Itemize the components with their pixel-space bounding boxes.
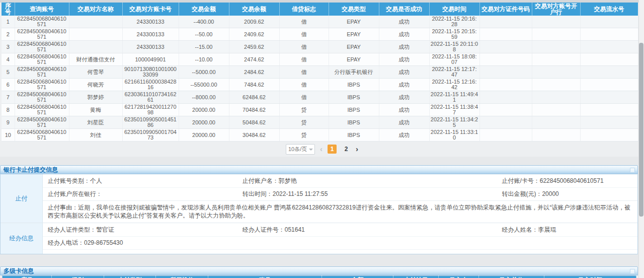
table-cell <box>479 129 532 142</box>
next-page-button[interactable]: › <box>356 145 358 154</box>
table-cell <box>532 66 580 79</box>
scrollbar-thumb[interactable] <box>639 43 643 217</box>
column-header: 交易金额 <box>179 3 229 16</box>
table-cell: IBPS <box>329 79 379 91</box>
table-cell: 借 <box>279 28 329 41</box>
table-row[interactable]: 106228450068040610571刘佳62350109905001704… <box>2 129 638 142</box>
table-cell: 9010713080100100033099 <box>122 66 179 79</box>
prev-page-button[interactable]: ‹ <box>320 145 323 154</box>
table-cell: 20000.00 <box>179 116 229 129</box>
column-header: 交易对方账号开户行 <box>532 3 580 16</box>
agent-name: 经办人姓名：李晨琨 <box>502 226 637 234</box>
table-cell: 2009.62 <box>229 16 279 28</box>
table-cell: 50484.62 <box>229 116 279 129</box>
table-cell: 成功 <box>379 28 429 41</box>
table-cell: 6235010990500145186 <box>122 116 179 129</box>
table-cell: 借 <box>279 41 329 53</box>
table-cell: 6228450068040610571 <box>15 16 69 28</box>
table-cell <box>580 53 638 66</box>
table-cell: 6216611600003842816 <box>122 79 179 91</box>
table-cell: 贷 <box>279 104 329 116</box>
table-cell <box>580 91 638 104</box>
table-row[interactable]: 96228450068040610571刘星臣62350109905001451… <box>2 116 638 129</box>
table-cell: 贷 <box>279 129 329 142</box>
table-cell: 成功 <box>379 41 429 53</box>
column-header: 录入人 <box>439 276 479 278</box>
table-cell: 何晓芳 <box>69 79 122 91</box>
column-header: 录入单位 <box>479 276 544 278</box>
table-cell <box>479 28 532 41</box>
table-cell: 2484.62 <box>229 66 279 79</box>
table-cell: 6228450068040610571 <box>15 28 69 41</box>
table-cell: 6228450068040610571 <box>15 66 69 79</box>
table-cell: IBPS <box>329 91 379 104</box>
stop-account-name: 止付账户名：郭梦艳 <box>243 177 502 185</box>
field-row: 止付账号类别：个人 止付账户名：郭梦艳 止付账/卡号：6228450068040… <box>43 174 637 187</box>
table-row[interactable]: 86228450068040610571黄梅621728194200112709… <box>2 104 638 116</box>
table-cell: 成功 <box>379 91 429 104</box>
table-cell: --400.00 <box>179 16 229 28</box>
transfer-out-amount: 转出金额(元)：20000 <box>502 190 637 198</box>
table-cell: 62484.62 <box>229 91 279 104</box>
page-button-2[interactable]: 2 <box>342 145 351 154</box>
table-cell: 20000.00 <box>179 104 229 116</box>
table-cell <box>479 53 532 66</box>
collapse-icon[interactable] <box>630 168 635 173</box>
column-header: 级别 <box>52 276 104 278</box>
page-button-1[interactable]: 1 <box>328 145 337 154</box>
column-header: 所属机构 <box>156 276 208 278</box>
table-cell: 借 <box>279 91 329 104</box>
table-cell: 2022-11-15 11:38:47 <box>429 104 479 116</box>
table-cell: 7484.62 <box>229 79 279 91</box>
table-row[interactable]: 16228450068040610571243300133--400.00200… <box>2 16 638 28</box>
table-cell: 5 <box>2 66 15 79</box>
column-header: 交易余额 <box>229 3 279 16</box>
table-cell: 6228450068040610571 <box>15 116 69 129</box>
table-cell <box>580 16 638 28</box>
table-cell: 6228450068040610571 <box>15 79 69 91</box>
stop-payment-section-header: 银行卡止付提交信息 <box>0 165 638 174</box>
table-row[interactable]: 66228450068040610571何晓芳62166116000038428… <box>2 79 638 91</box>
table-cell: 借 <box>279 53 329 66</box>
column-header: 交易对方证件号码 <box>479 3 532 16</box>
table-cell: 借 <box>279 66 329 79</box>
multi-card-header-row: 序号级别止付类型所属机构账号余额止付结果录入人录入单位录入时间 <box>3 276 636 278</box>
table-cell: 黄梅 <box>69 104 122 116</box>
page-size-select[interactable]: 10条/页 <box>286 144 315 155</box>
collapse-icon[interactable] <box>630 269 635 274</box>
table-cell: 6228450068040610571 <box>15 91 69 104</box>
table-cell <box>479 79 532 91</box>
stop-account-type: 止付账号类别：个人 <box>48 177 243 185</box>
table-cell: 2 <box>2 28 15 41</box>
column-header: 序号 <box>3 276 52 278</box>
table-row[interactable]: 26228450068040610571243300133--50.002409… <box>2 28 638 41</box>
table-cell: 何雪琴 <box>69 66 122 79</box>
table-cell <box>580 28 638 41</box>
vertical-scrollbar[interactable] <box>638 0 644 278</box>
column-header: 交易对方名称 <box>69 3 122 16</box>
table-cell: 2022-11-15 12:16:42 <box>429 79 479 91</box>
table-cell <box>479 91 532 104</box>
column-header: 余额 <box>322 276 393 278</box>
table-row[interactable]: 46228450068040610571财付通微信支付1000049901--1… <box>2 53 638 66</box>
table-row[interactable]: 76228450068040610571郭梦婷62303611010734162… <box>2 91 638 104</box>
stop-payment-panel: 止付 止付账号类别：个人 止付账户名：郭梦艳 止付账/卡号：6228450068… <box>0 174 638 254</box>
table-cell <box>532 104 580 116</box>
table-cell: 6228450068040610571 <box>15 129 69 142</box>
table-row[interactable]: 56228450068040610571何雪琴90107130801001000… <box>2 66 638 79</box>
transaction-table: 序号查询账号交易对方名称交易对方账卡号交易金额交易余额借贷标志交易类型交易是否成… <box>2 3 638 142</box>
table-cell: 3 <box>2 41 15 53</box>
table-cell: 2022-11-15 11:49:41 <box>429 91 479 104</box>
table-cell <box>580 129 638 142</box>
table-row[interactable]: 36228450068040610571243300133--15.002459… <box>2 41 638 53</box>
table-cell: 6228450068040610571 <box>15 104 69 116</box>
table-cell: --10.00 <box>179 53 229 66</box>
column-header: 账号 <box>208 276 322 278</box>
table-cell: 6228450068040610571 <box>15 53 69 66</box>
table-cell <box>532 41 580 53</box>
group-content: 经办人证件类型：警官证 经办人证件号：051641 经办人姓名：李晨琨 经办人电… <box>43 223 637 254</box>
table-cell: 财付通微信支付 <box>69 53 122 66</box>
table-cell: 20000.00 <box>179 129 229 142</box>
table-cell: IBPS <box>329 129 379 142</box>
section-gap <box>0 254 644 266</box>
